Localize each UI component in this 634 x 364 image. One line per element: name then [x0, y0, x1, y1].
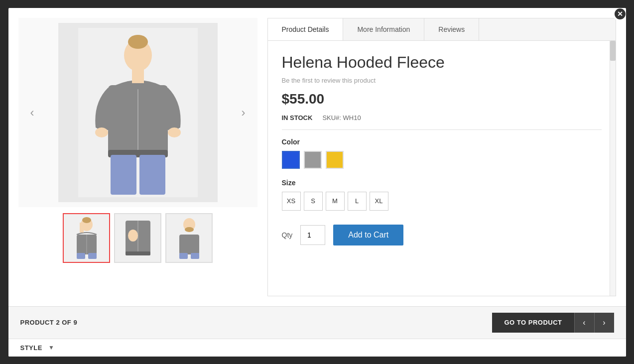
style-chevron-icon: ▼	[48, 344, 54, 351]
svg-point-2	[128, 35, 148, 49]
modal-overlay: ✕ ‹	[0, 0, 634, 364]
size-l[interactable]: L	[348, 192, 367, 211]
qty-label: Qty	[282, 231, 293, 239]
product-images: ‹	[18, 18, 257, 296]
modal-footer: PRODUCT 2 OF 9 GO TO PRODUCT ‹ ›	[8, 306, 626, 339]
color-label: Color	[282, 138, 602, 146]
size-m[interactable]: M	[326, 192, 345, 211]
thumbnail-strip	[63, 213, 213, 263]
size-options: XS S M L XL	[282, 192, 602, 211]
svg-rect-28	[179, 253, 188, 259]
tab-reviews[interactable]: Reviews	[424, 18, 479, 40]
svg-rect-27	[179, 235, 199, 254]
next-image-button[interactable]: ›	[235, 104, 253, 121]
svg-rect-16	[80, 223, 84, 233]
svg-rect-9	[139, 155, 165, 195]
stock-sku-row: IN STOCK SKU#: WH10	[282, 114, 602, 130]
style-label: STYLE	[20, 344, 42, 352]
thumbnail-2[interactable]	[114, 213, 161, 263]
size-xl[interactable]: XL	[370, 192, 388, 211]
main-image-container: ‹	[18, 18, 257, 207]
footer-nav: GO TO PRODUCT ‹ ›	[492, 313, 614, 333]
add-to-cart-row: Qty Add to Cart	[282, 225, 602, 245]
prev-image-button[interactable]: ‹	[23, 104, 41, 121]
review-text: Be the first to review this product	[282, 77, 602, 84]
tab-more-information[interactable]: More Information	[343, 18, 424, 40]
svg-point-23	[128, 230, 138, 242]
in-stock-badge: IN STOCK	[282, 114, 313, 121]
go-to-product-button[interactable]: GO TO PRODUCT	[492, 313, 574, 333]
svg-point-13	[82, 217, 91, 223]
main-product-image	[58, 23, 218, 202]
modal-body: ‹	[8, 8, 626, 306]
style-bar: STYLE ▼	[8, 339, 626, 357]
svg-rect-18	[88, 253, 97, 259]
product-details-panel: Product Details More Information Reviews…	[267, 18, 616, 296]
tab-product-details[interactable]: Product Details	[268, 18, 344, 40]
add-to-cart-button[interactable]: Add to Cart	[333, 225, 403, 245]
color-swatch-yellow[interactable]	[326, 151, 344, 169]
color-options	[282, 151, 602, 169]
size-s[interactable]: S	[304, 192, 323, 211]
tab-content: Helena Hooded Fleece Be the first to rev…	[268, 41, 616, 296]
prev-arrow-icon: ‹	[30, 106, 34, 120]
sku-label: SKU#: WH10	[322, 114, 361, 121]
thumbnail-1[interactable]	[63, 213, 110, 263]
modal: ✕ ‹	[8, 8, 626, 357]
svg-rect-22	[126, 251, 150, 255]
product-counter: PRODUCT 2 OF 9	[20, 319, 78, 326]
scrollbar-track[interactable]	[610, 41, 616, 296]
thumbnail-3[interactable]	[165, 213, 213, 263]
product-price: $55.00	[282, 91, 602, 107]
svg-rect-29	[191, 253, 199, 259]
product-name: Helena Hooded Fleece	[282, 53, 602, 72]
svg-point-5	[95, 127, 108, 137]
footer-next-button[interactable]: ›	[594, 313, 614, 333]
color-swatch-gray[interactable]	[304, 151, 322, 169]
svg-rect-8	[111, 155, 136, 195]
size-label: Size	[282, 179, 602, 187]
svg-rect-10	[132, 69, 144, 83]
svg-rect-17	[77, 253, 85, 259]
close-button[interactable]: ✕	[613, 8, 626, 21]
size-xs[interactable]: XS	[282, 192, 301, 211]
footer-prev-button[interactable]: ‹	[574, 313, 594, 333]
next-arrow-icon: ›	[242, 106, 246, 120]
tabs-bar: Product Details More Information Reviews	[268, 18, 616, 41]
qty-input[interactable]	[300, 225, 325, 245]
color-swatch-blue[interactable]	[282, 151, 300, 169]
scrollbar-thumb[interactable]	[610, 41, 616, 61]
svg-point-26	[185, 227, 194, 232]
svg-point-6	[168, 127, 181, 137]
